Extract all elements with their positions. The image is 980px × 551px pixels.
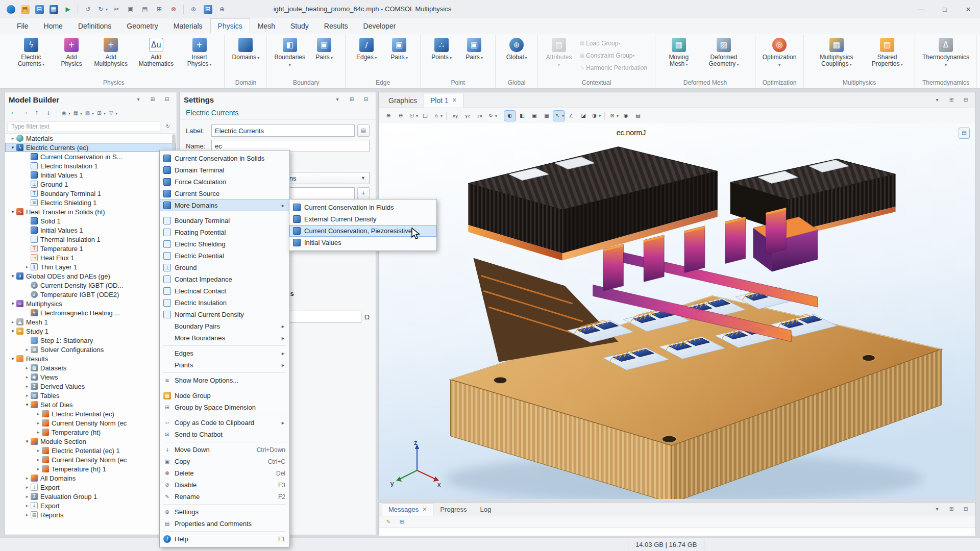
- minimize-panel-button[interactable]: ⊟: [161, 94, 173, 105]
- collapsed-arrow-icon[interactable]: ▸: [23, 347, 31, 352]
- ribbon-tab-mesh[interactable]: Mesh: [250, 18, 283, 34]
- menu-item-electric-insulation[interactable]: Electric Insulation: [160, 297, 289, 309]
- select-box-button[interactable]: ↖▾: [553, 111, 565, 121]
- zoom-extents-button[interactable]: ⊡▾: [407, 111, 419, 121]
- expanded-arrow-icon[interactable]: ▾: [23, 439, 31, 444]
- camera-button[interactable]: ◉: [620, 111, 631, 121]
- tree-node-ground-1[interactable]: ⊥Ground 1: [5, 180, 176, 189]
- menu-item-help[interactable]: ?HelpF1: [160, 533, 289, 545]
- tree-node-electric-insulation-1[interactable]: Electric Insulation 1: [5, 161, 176, 170]
- tree-node-set-of-dies[interactable]: ▾Set of Dies: [5, 400, 176, 409]
- menu-item-rename[interactable]: ✎RenameF2: [160, 491, 289, 503]
- menu-item-more-boundaries[interactable]: More Boundaries►: [160, 332, 289, 344]
- tree-node-boundary-terminal-1[interactable]: TBoundary Terminal 1: [5, 189, 176, 198]
- tree-node-temperature-ht-1[interactable]: ▸Temperature (ht) 1: [5, 464, 176, 473]
- menu-item-show-more-options[interactable]: ≡Show More Options...: [160, 374, 289, 386]
- zoom-box-button[interactable]: □: [420, 111, 431, 121]
- ribbon-shared-properties-button[interactable]: ▤Shared Properties ▾: [864, 35, 910, 69]
- tree-node-views[interactable]: ▸◉Views: [5, 372, 176, 382]
- zoom-in-button[interactable]: ⊕: [383, 111, 394, 121]
- tree-node-study-1[interactable]: ▾≡Study 1: [5, 327, 176, 336]
- submenu-item-initial-values[interactable]: Initial Values: [289, 237, 436, 248]
- tree-node-module-section[interactable]: ▾Module Section: [5, 437, 176, 446]
- menu-item-boundary-pairs[interactable]: Boundary Pairs►: [160, 320, 289, 332]
- collapsed-arrow-icon[interactable]: ▸: [23, 374, 31, 380]
- tree-node-evaluation-group-1[interactable]: ▸ΣEvaluation Group 1: [5, 492, 176, 501]
- tree-node-solver-configurations[interactable]: ▸⊞Solver Configurations: [5, 345, 176, 354]
- color-theme-button[interactable]: ◑▾: [590, 111, 601, 121]
- tree-node-datasets[interactable]: ▸▦Datasets: [5, 363, 176, 372]
- collapsed-arrow-icon[interactable]: ▸: [35, 466, 42, 471]
- tree-node-derived-values[interactable]: ▸ΣDerived Values: [5, 382, 176, 391]
- label-input[interactable]: [211, 124, 355, 137]
- ribbon-constraint-group-button[interactable]: ▦Constraint Group ▾: [575, 49, 650, 62]
- tree-node-multiphysics[interactable]: ▾∞Multiphysics: [5, 299, 176, 308]
- ribbon-tab-physics[interactable]: Physics: [210, 18, 250, 34]
- submenu-item-external-current-density[interactable]: External Current Density: [289, 213, 436, 225]
- ribbon-add-multiphysics-button[interactable]: +Add Multiphysics: [89, 35, 133, 68]
- collapsed-arrow-icon[interactable]: ▸: [23, 384, 31, 389]
- collapsed-arrow-icon[interactable]: ▸: [35, 411, 42, 416]
- maximize-button[interactable]: □: [933, 0, 957, 18]
- open-log-window-button[interactable]: ⊞: [396, 517, 407, 527]
- panel-menu-button[interactable]: ▾: [932, 95, 943, 105]
- tree-node-electromagnetic-heating[interactable]: ϟElectromagnetic Heating ...: [5, 308, 176, 317]
- collapsed-arrow-icon[interactable]: ▸: [23, 264, 31, 269]
- menu-item-disable[interactable]: ⊘DisableF3: [160, 479, 289, 491]
- menu-item-normal-current-density[interactable]: Normal Current Density: [160, 309, 289, 320]
- bottom-tab-progress[interactable]: Progress: [433, 503, 473, 516]
- menu-item-group-by-space-dimension[interactable]: ⊞Group by Space Dimension: [160, 402, 289, 413]
- ribbon-add-physics-button[interactable]: +Add Physics: [55, 35, 89, 68]
- tree-node-tables[interactable]: ▸▥Tables: [5, 391, 176, 400]
- menu-item-settings[interactable]: ⊛Settings: [160, 506, 289, 518]
- tree-node-step-1-stationary[interactable]: =Step 1: Stationary: [5, 336, 176, 345]
- ribbon-domains-button[interactable]: Domains ▾: [229, 35, 262, 62]
- tree-node-heat-transfer-in-solids-ht[interactable]: ▾∿Heat Transfer in Solids (ht): [5, 207, 176, 216]
- menu-item-contact-impedance[interactable]: Contact Impedance: [160, 273, 289, 285]
- tree-node-temperature-1[interactable]: TTemperature 1: [5, 244, 176, 253]
- menu-item-domain-terminal[interactable]: Domain Terminal: [160, 164, 289, 176]
- tree-node-heat-flux-1[interactable]: →Heat Flux 1: [5, 253, 176, 262]
- menu-item-move-down[interactable]: ↓Move DownCtrl+Down: [160, 444, 289, 456]
- menu-item-node-group[interactable]: ▦Node Group: [160, 390, 289, 402]
- tree-node-global-odes-and-daes-ge[interactable]: ▾∂Global ODEs and DAEs (ge): [5, 271, 176, 281]
- menu-item-boundary-terminal[interactable]: Boundary Terminal: [160, 215, 289, 227]
- close-button[interactable]: ✕: [957, 0, 980, 18]
- menu-item-electric-potential[interactable]: Electric Potential: [160, 250, 289, 262]
- ribbon-optimization-button[interactable]: ◎Optimization ▾: [760, 35, 799, 69]
- bottom-tab-log[interactable]: Log: [474, 503, 498, 516]
- bottom-tab-messages[interactable]: Messages✕: [382, 503, 433, 516]
- tree-node-current-density-igbt-od[interactable]: ∂Current Density IGBT (OD...: [5, 281, 176, 290]
- filter-input[interactable]: [8, 121, 160, 132]
- collapsed-arrow-icon[interactable]: ▸: [9, 319, 16, 324]
- tree-node-all-domains[interactable]: ▸All Domains: [5, 473, 176, 483]
- tree-node-thermal-insulation-1[interactable]: Thermal Insulation 1: [5, 235, 176, 244]
- ribbon-electric-currents-button[interactable]: ϟElectric Currents ▾: [8, 35, 55, 69]
- ribbon-pairs-button[interactable]: ▣Pairs ▾: [308, 35, 340, 62]
- menu-item-force-calculation[interactable]: Force Calculation: [160, 176, 289, 188]
- minimize-panel-button[interactable]: ⊟: [360, 94, 372, 105]
- clip-plane-button[interactable]: ◪: [578, 111, 589, 121]
- view-zx-button[interactable]: zx: [474, 111, 485, 121]
- minimize-panel-button[interactable]: ⊟: [960, 95, 971, 105]
- expanded-arrow-icon[interactable]: ▾: [9, 209, 16, 214]
- tree-node-results[interactable]: ▾Results: [5, 354, 176, 363]
- collapsed-arrow-icon[interactable]: ▸: [35, 457, 42, 462]
- collapsed-arrow-icon[interactable]: ▸: [23, 512, 31, 517]
- copy-button[interactable]: ▣: [124, 3, 137, 16]
- tree-node-electric-shielding-1[interactable]: ≡Electric Shielding 1: [5, 198, 176, 207]
- new-message-button[interactable]: ✎: [383, 517, 394, 527]
- print-button[interactable]: ▤: [632, 111, 644, 121]
- expanded-arrow-icon[interactable]: ▾: [23, 402, 31, 407]
- duplicate-button[interactable]: ⊞: [153, 3, 166, 16]
- expanded-arrow-icon[interactable]: ▾: [9, 145, 16, 150]
- tree-node-temperature-ht[interactable]: ▸Temperature (ht): [5, 428, 176, 437]
- tree-node-materials[interactable]: ▸Materials: [5, 134, 176, 143]
- ribbon-multiphysics-couplings-button[interactable]: ▦Multiphysics Couplings ▾: [808, 35, 864, 69]
- view-yz-button[interactable]: yz: [462, 111, 473, 121]
- ribbon-pairs-button[interactable]: ▣Pairs ▾: [383, 35, 415, 62]
- menu-item-current-source[interactable]: Current Source: [160, 188, 289, 199]
- ribbon-pairs-button[interactable]: ▣Pairs ▾: [458, 35, 491, 62]
- ribbon-tab-developer[interactable]: Developer: [356, 18, 404, 34]
- window-zoom-button[interactable]: ⊕: [215, 3, 229, 16]
